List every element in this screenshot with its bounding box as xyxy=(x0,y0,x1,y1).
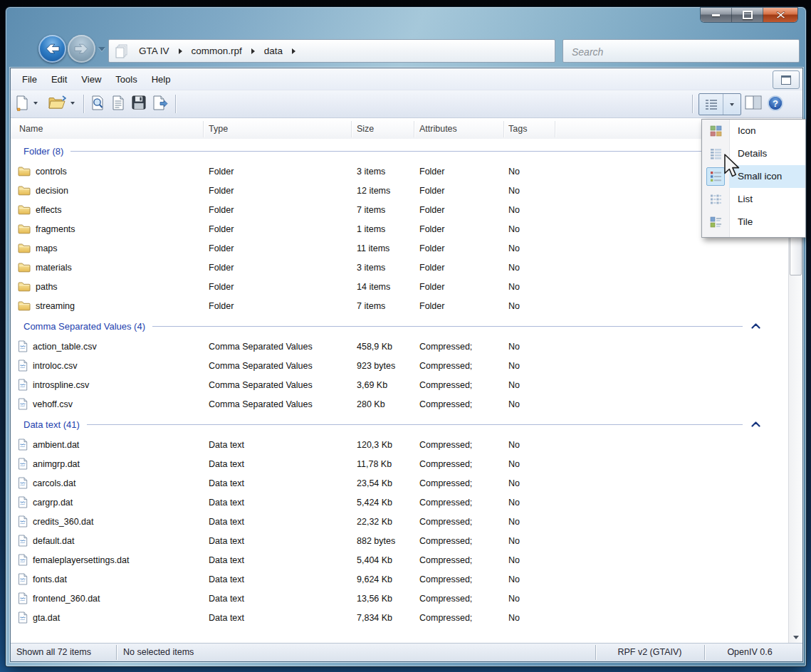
file-tags-cell: No xyxy=(508,473,520,493)
file-type-cell: Folder xyxy=(209,219,234,238)
breadcrumb-item[interactable]: data xyxy=(260,43,287,59)
file-size-cell: 7,834 Kb xyxy=(357,608,392,627)
file-type-cell: Folder xyxy=(209,277,234,296)
file-attributes-cell: Compressed; xyxy=(419,356,472,375)
file-icon xyxy=(18,477,28,489)
file-row[interactable]: carcols.datData text23,54 KbCompressed;N… xyxy=(11,473,789,493)
close-button[interactable] xyxy=(763,8,797,22)
column-header-name[interactable]: Name xyxy=(19,124,43,134)
group-header[interactable]: Comma Separated Values (4) xyxy=(11,315,789,337)
file-size-cell: 280 Kb xyxy=(357,394,385,414)
file-row[interactable]: mapsFolder11 itemsFolderNo xyxy=(11,238,789,258)
file-type-cell: Data text xyxy=(209,569,244,589)
column-header-tags[interactable]: Tags xyxy=(508,124,527,134)
file-row[interactable]: credits_360.datData text22,32 KbCompress… xyxy=(11,512,789,531)
maximize-button[interactable] xyxy=(731,8,763,22)
group-header[interactable]: Folder (8) xyxy=(11,140,789,162)
breadcrumb-separator-icon[interactable] xyxy=(179,48,182,54)
group-label: Folder (8) xyxy=(23,146,63,157)
column-header-size[interactable]: Size xyxy=(357,124,374,134)
file-attributes-cell: Folder xyxy=(419,162,444,181)
view-mode-dropdown-icon[interactable] xyxy=(723,94,741,115)
help-button[interactable]: ? xyxy=(767,95,784,112)
file-type-cell: Comma Separated Values xyxy=(209,337,313,356)
scroll-down-icon[interactable] xyxy=(789,631,802,644)
breadcrumb-separator-icon[interactable] xyxy=(292,48,295,54)
forward-button[interactable] xyxy=(68,35,95,63)
file-row[interactable]: streamingFolder7 itemsFolderNo xyxy=(11,296,789,315)
back-button[interactable] xyxy=(38,35,66,63)
file-tags-cell: No xyxy=(508,435,520,454)
mouse-cursor xyxy=(723,154,740,177)
search-input[interactable] xyxy=(563,40,797,63)
file-list: Folder (8)controlsFolder3 itemsFolderNod… xyxy=(11,139,789,644)
small-icon-view-icon xyxy=(706,167,725,186)
file-row[interactable]: ambient.datData text120,3 KbCompressed;N… xyxy=(11,435,789,454)
file-type-cell: Data text xyxy=(209,493,244,512)
menu-file[interactable]: File xyxy=(15,70,44,89)
text-view-button[interactable] xyxy=(111,95,125,112)
open-archive-button[interactable] xyxy=(48,95,66,110)
file-row[interactable]: effectsFolder7 itemsFolderNo xyxy=(11,200,789,219)
file-type-cell: Folder xyxy=(209,162,234,181)
column-header-attributes[interactable]: Attributes xyxy=(419,124,457,134)
file-row[interactable]: cargrp.datData text5,424 KbCompressed;No xyxy=(11,493,789,512)
menu-tools[interactable]: Tools xyxy=(108,70,144,89)
menu-view[interactable]: View xyxy=(74,70,108,89)
file-row[interactable]: frontend_360.datData text13,56 KbCompres… xyxy=(11,589,789,608)
folder-icon xyxy=(18,204,31,215)
file-row[interactable]: decisionFolder12 itemsFolderNo xyxy=(11,181,789,200)
file-row[interactable]: controlsFolder3 itemsFolderNo xyxy=(11,162,789,181)
preview-button[interactable] xyxy=(90,95,106,112)
menu-help[interactable]: Help xyxy=(145,70,178,89)
view-menu-item-icon[interactable]: Icon xyxy=(702,120,805,142)
file-size-cell: 7 items xyxy=(357,200,385,219)
file-attributes-cell: Compressed; xyxy=(419,337,472,356)
file-tags-cell: No xyxy=(508,356,520,375)
file-row[interactable]: introloc.csvComma Separated Values923 by… xyxy=(11,356,789,375)
breadcrumb-item[interactable]: GTA IV xyxy=(135,43,174,59)
file-row[interactable]: animgrp.datData text11,78 KbCompressed;N… xyxy=(11,454,789,473)
file-name-cell: fragments xyxy=(18,219,75,238)
new-file-dropdown-icon[interactable] xyxy=(33,102,38,105)
file-row[interactable]: action_table.csvComma Separated Values45… xyxy=(11,337,789,356)
new-file-button[interactable] xyxy=(15,95,29,112)
split-view-button[interactable] xyxy=(744,95,763,110)
file-size-cell: 120,3 Kb xyxy=(357,435,392,454)
view-menu-item-details[interactable]: Details xyxy=(702,142,805,165)
file-row[interactable]: pathsFolder14 itemsFolderNo xyxy=(11,277,789,296)
file-row[interactable]: default.datData text882 bytesCompressed;… xyxy=(11,531,789,550)
export-button[interactable] xyxy=(152,95,169,112)
view-menu-item-small-icon[interactable]: Small icon xyxy=(702,165,805,188)
view-menu-item-label: Small icon xyxy=(738,171,782,182)
status-bar: Shown all 72 items No selected items RPF… xyxy=(11,643,802,661)
view-mode-button[interactable] xyxy=(698,93,741,115)
scrollbar-thumb[interactable] xyxy=(790,234,802,275)
menu-edit[interactable]: Edit xyxy=(44,70,74,89)
panel-toggle-button[interactable] xyxy=(773,70,800,89)
file-size-cell: 923 bytes xyxy=(357,356,395,375)
view-menu-item-label: Icon xyxy=(738,125,756,136)
breadcrumb-separator-icon[interactable] xyxy=(251,48,255,54)
group-header[interactable]: Data text (41) xyxy=(11,414,789,435)
collapse-group-icon[interactable] xyxy=(751,421,760,427)
file-row[interactable]: materialsFolder3 itemsFolderNo xyxy=(11,258,789,277)
column-header-type[interactable]: Type xyxy=(209,124,228,134)
file-row[interactable]: fonts.datData text9,624 KbCompressed;No xyxy=(11,569,789,589)
file-row[interactable]: fragmentsFolder1 itemsFolderNo xyxy=(11,219,789,238)
file-row[interactable]: vehoff.csvComma Separated Values280 KbCo… xyxy=(11,394,789,414)
save-button[interactable] xyxy=(131,95,147,110)
view-menu-item-tile[interactable]: Tile xyxy=(702,211,805,233)
history-dropdown-icon[interactable] xyxy=(98,47,105,51)
file-row[interactable]: femaleplayersettings.datData text5,404 K… xyxy=(11,550,789,569)
minimize-button[interactable] xyxy=(701,8,731,22)
status-archive-format: RPF v2 (GTAIV) xyxy=(595,647,704,657)
breadcrumb-item[interactable]: common.rpf xyxy=(187,43,246,59)
file-type-cell: Data text xyxy=(209,512,244,531)
file-row[interactable]: gta.datData text7,834 KbCompressed;No xyxy=(11,608,789,627)
view-menu-item-list[interactable]: List xyxy=(702,188,805,211)
collapse-group-icon[interactable] xyxy=(751,323,760,329)
file-type-cell: Data text xyxy=(209,454,244,473)
open-archive-dropdown-icon[interactable] xyxy=(70,102,75,105)
file-row[interactable]: introspline.csvComma Separated Values3,6… xyxy=(11,375,789,394)
